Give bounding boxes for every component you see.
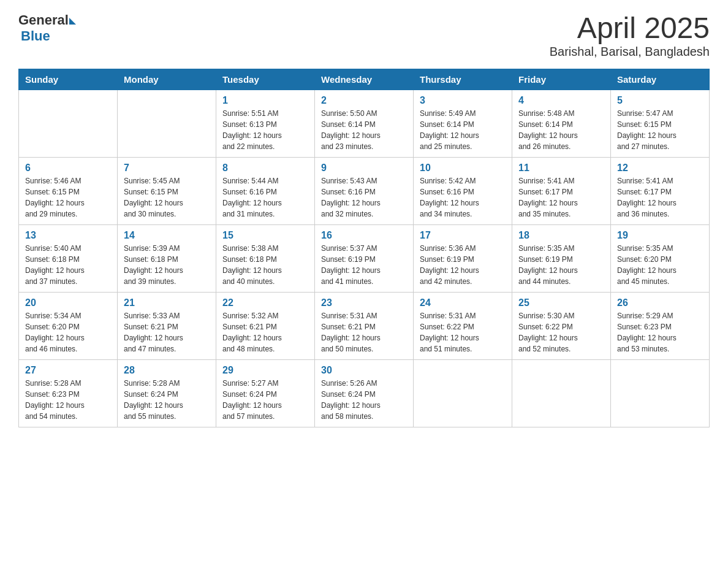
page-header: General Blue April 2025 Barishal, Barisa… — [18, 12, 710, 59]
calendar-cell: 2Sunrise: 5:50 AM Sunset: 6:14 PM Daylig… — [315, 90, 414, 157]
calendar-cell: 17Sunrise: 5:36 AM Sunset: 6:19 PM Dayli… — [414, 224, 512, 292]
day-info: Sunrise: 5:34 AM Sunset: 6:20 PM Dayligh… — [25, 310, 111, 354]
day-number: 25 — [518, 297, 604, 308]
day-number: 5 — [617, 95, 703, 106]
calendar-cell: 20Sunrise: 5:34 AM Sunset: 6:20 PM Dayli… — [19, 292, 118, 359]
day-info: Sunrise: 5:37 AM Sunset: 6:19 PM Dayligh… — [321, 243, 407, 287]
weekday-header: Monday — [118, 69, 216, 90]
calendar-cell: 4Sunrise: 5:48 AM Sunset: 6:14 PM Daylig… — [512, 90, 611, 157]
calendar-week-row: 1Sunrise: 5:51 AM Sunset: 6:13 PM Daylig… — [19, 90, 710, 157]
day-info: Sunrise: 5:35 AM Sunset: 6:20 PM Dayligh… — [617, 243, 703, 287]
calendar-table: SundayMondayTuesdayWednesdayThursdayFrid… — [18, 69, 710, 427]
day-info: Sunrise: 5:42 AM Sunset: 6:16 PM Dayligh… — [420, 175, 506, 220]
calendar-cell — [118, 90, 216, 157]
day-info: Sunrise: 5:36 AM Sunset: 6:19 PM Dayligh… — [420, 243, 506, 287]
day-number: 16 — [321, 230, 407, 241]
day-number: 1 — [222, 95, 308, 106]
day-info: Sunrise: 5:39 AM Sunset: 6:18 PM Dayligh… — [124, 243, 210, 287]
weekday-header: Thursday — [414, 69, 512, 90]
weekday-header-row: SundayMondayTuesdayWednesdayThursdayFrid… — [19, 69, 710, 90]
calendar-cell — [611, 359, 710, 427]
calendar-cell: 7Sunrise: 5:45 AM Sunset: 6:15 PM Daylig… — [118, 157, 216, 224]
calendar-week-row: 6Sunrise: 5:46 AM Sunset: 6:15 PM Daylig… — [19, 157, 710, 224]
day-info: Sunrise: 5:31 AM Sunset: 6:21 PM Dayligh… — [321, 310, 407, 354]
day-number: 29 — [222, 365, 308, 376]
weekday-header: Friday — [512, 69, 611, 90]
calendar-cell: 15Sunrise: 5:38 AM Sunset: 6:18 PM Dayli… — [216, 224, 315, 292]
day-info: Sunrise: 5:49 AM Sunset: 6:14 PM Dayligh… — [420, 108, 506, 152]
calendar-cell — [414, 359, 512, 427]
day-number: 2 — [321, 95, 407, 106]
day-info: Sunrise: 5:27 AM Sunset: 6:24 PM Dayligh… — [222, 378, 308, 422]
day-number: 9 — [321, 163, 407, 174]
logo: General Blue — [18, 12, 76, 44]
calendar-cell — [512, 359, 611, 427]
day-info: Sunrise: 5:48 AM Sunset: 6:14 PM Dayligh… — [518, 108, 604, 152]
weekday-header: Saturday — [611, 69, 710, 90]
day-number: 30 — [321, 365, 407, 376]
day-number: 19 — [617, 230, 703, 241]
calendar-cell: 10Sunrise: 5:42 AM Sunset: 6:16 PM Dayli… — [414, 157, 512, 224]
day-info: Sunrise: 5:44 AM Sunset: 6:16 PM Dayligh… — [222, 175, 308, 220]
calendar-cell: 26Sunrise: 5:29 AM Sunset: 6:23 PM Dayli… — [611, 292, 710, 359]
calendar-cell: 27Sunrise: 5:28 AM Sunset: 6:23 PM Dayli… — [19, 359, 118, 427]
logo-triangle-icon — [69, 18, 76, 25]
day-number: 22 — [222, 297, 308, 308]
day-number: 21 — [124, 297, 210, 308]
calendar-cell: 18Sunrise: 5:35 AM Sunset: 6:19 PM Dayli… — [512, 224, 611, 292]
calendar-cell: 29Sunrise: 5:27 AM Sunset: 6:24 PM Dayli… — [216, 359, 315, 427]
day-number: 13 — [25, 230, 111, 241]
day-info: Sunrise: 5:28 AM Sunset: 6:24 PM Dayligh… — [124, 378, 210, 422]
logo-general-text: General — [18, 12, 69, 28]
calendar-cell: 30Sunrise: 5:26 AM Sunset: 6:24 PM Dayli… — [315, 359, 414, 427]
day-info: Sunrise: 5:43 AM Sunset: 6:16 PM Dayligh… — [321, 175, 407, 220]
day-info: Sunrise: 5:41 AM Sunset: 6:17 PM Dayligh… — [518, 175, 604, 220]
calendar-cell: 9Sunrise: 5:43 AM Sunset: 6:16 PM Daylig… — [315, 157, 414, 224]
day-number: 24 — [420, 297, 506, 308]
day-info: Sunrise: 5:40 AM Sunset: 6:18 PM Dayligh… — [25, 243, 111, 287]
day-info: Sunrise: 5:29 AM Sunset: 6:23 PM Dayligh… — [617, 310, 703, 354]
day-number: 28 — [124, 365, 210, 376]
calendar-cell — [19, 90, 118, 157]
calendar-cell: 1Sunrise: 5:51 AM Sunset: 6:13 PM Daylig… — [216, 90, 315, 157]
calendar-cell: 14Sunrise: 5:39 AM Sunset: 6:18 PM Dayli… — [118, 224, 216, 292]
day-number: 6 — [25, 163, 111, 174]
day-info: Sunrise: 5:28 AM Sunset: 6:23 PM Dayligh… — [25, 378, 111, 422]
day-info: Sunrise: 5:45 AM Sunset: 6:15 PM Dayligh… — [124, 175, 210, 220]
page-subtitle: Barishal, Barisal, Bangladesh — [550, 45, 710, 59]
day-info: Sunrise: 5:41 AM Sunset: 6:17 PM Dayligh… — [617, 175, 703, 220]
day-number: 8 — [222, 163, 308, 174]
calendar-week-row: 13Sunrise: 5:40 AM Sunset: 6:18 PM Dayli… — [19, 224, 710, 292]
calendar-body: 1Sunrise: 5:51 AM Sunset: 6:13 PM Daylig… — [19, 90, 710, 427]
calendar-cell: 11Sunrise: 5:41 AM Sunset: 6:17 PM Dayli… — [512, 157, 611, 224]
calendar-cell: 19Sunrise: 5:35 AM Sunset: 6:20 PM Dayli… — [611, 224, 710, 292]
day-number: 27 — [25, 365, 111, 376]
calendar-cell: 12Sunrise: 5:41 AM Sunset: 6:17 PM Dayli… — [611, 157, 710, 224]
calendar-cell: 3Sunrise: 5:49 AM Sunset: 6:14 PM Daylig… — [414, 90, 512, 157]
calendar-cell: 13Sunrise: 5:40 AM Sunset: 6:18 PM Dayli… — [19, 224, 118, 292]
day-info: Sunrise: 5:46 AM Sunset: 6:15 PM Dayligh… — [25, 175, 111, 220]
calendar-cell: 22Sunrise: 5:32 AM Sunset: 6:21 PM Dayli… — [216, 292, 315, 359]
day-number: 4 — [518, 95, 604, 106]
day-number: 20 — [25, 297, 111, 308]
day-info: Sunrise: 5:30 AM Sunset: 6:22 PM Dayligh… — [518, 310, 604, 354]
day-number: 3 — [420, 95, 506, 106]
calendar-cell: 8Sunrise: 5:44 AM Sunset: 6:16 PM Daylig… — [216, 157, 315, 224]
day-info: Sunrise: 5:47 AM Sunset: 6:15 PM Dayligh… — [617, 108, 703, 152]
calendar-cell: 24Sunrise: 5:31 AM Sunset: 6:22 PM Dayli… — [414, 292, 512, 359]
day-number: 7 — [124, 163, 210, 174]
day-number: 11 — [518, 163, 604, 174]
weekday-header: Sunday — [19, 69, 118, 90]
day-info: Sunrise: 5:35 AM Sunset: 6:19 PM Dayligh… — [518, 243, 604, 287]
day-info: Sunrise: 5:32 AM Sunset: 6:21 PM Dayligh… — [222, 310, 308, 354]
day-number: 23 — [321, 297, 407, 308]
day-number: 10 — [420, 163, 506, 174]
day-number: 17 — [420, 230, 506, 241]
day-number: 14 — [124, 230, 210, 241]
day-info: Sunrise: 5:50 AM Sunset: 6:14 PM Dayligh… — [321, 108, 407, 152]
day-info: Sunrise: 5:51 AM Sunset: 6:13 PM Dayligh… — [222, 108, 308, 152]
title-block: April 2025 Barishal, Barisal, Bangladesh — [550, 12, 710, 59]
calendar-cell: 5Sunrise: 5:47 AM Sunset: 6:15 PM Daylig… — [611, 90, 710, 157]
logo-blue-text: Blue — [21, 28, 50, 44]
day-info: Sunrise: 5:26 AM Sunset: 6:24 PM Dayligh… — [321, 378, 407, 422]
